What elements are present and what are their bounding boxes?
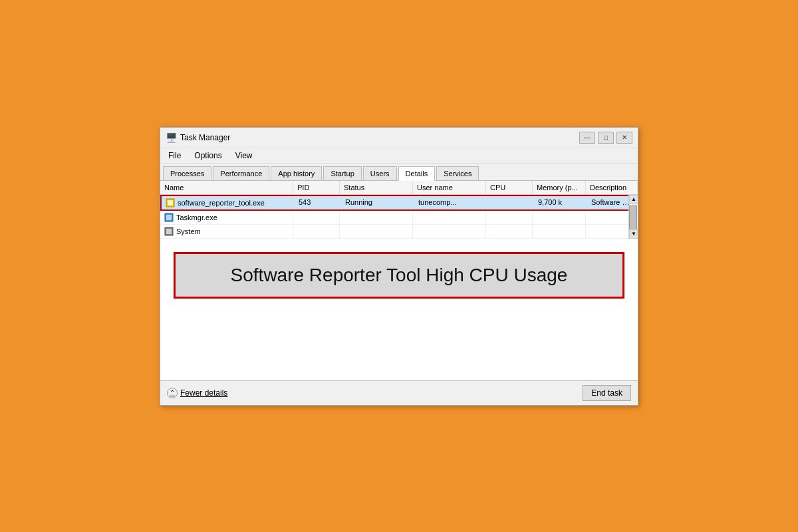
- cell-status-2: [340, 225, 413, 238]
- tab-app-history[interactable]: App history: [271, 166, 322, 180]
- table-header: Name PID Status User name CPU Memory (p.…: [160, 181, 638, 195]
- tab-startup[interactable]: Startup: [323, 166, 361, 180]
- cell-username-1: [413, 211, 486, 224]
- cell-status-1: [340, 211, 413, 224]
- col-description[interactable]: Description: [586, 181, 638, 194]
- tab-users[interactable]: Users: [363, 166, 397, 180]
- fewer-details-icon: ⌃: [167, 388, 178, 398]
- close-button[interactable]: ✕: [616, 132, 632, 144]
- table-row[interactable]: software_reporter_tool.exe 543 Running t…: [160, 195, 638, 211]
- cell-pid-1: [293, 211, 340, 224]
- svg-rect-5: [166, 229, 172, 234]
- cell-memory-0: 9,700 k: [534, 196, 587, 209]
- task-manager-window: 🖥️ Task Manager — □ ✕ File Options View …: [160, 127, 638, 406]
- svg-rect-3: [166, 215, 172, 220]
- col-cpu[interactable]: CPU: [486, 181, 533, 194]
- cell-cpu-1: [486, 211, 533, 224]
- scroll-up-button[interactable]: ▲: [629, 195, 638, 204]
- annotation-text: Software Reporter Tool High CPU Usage: [231, 265, 568, 285]
- menu-view[interactable]: View: [233, 150, 255, 162]
- app-icon: 🖥️: [166, 132, 176, 143]
- annotation-box: Software Reporter Tool High CPU Usage: [174, 252, 624, 299]
- menu-options[interactable]: Options: [192, 150, 224, 162]
- menu-file[interactable]: File: [166, 150, 184, 162]
- col-status[interactable]: Status: [340, 181, 413, 194]
- process-icon-0: [166, 198, 175, 207]
- fewer-details-button[interactable]: ⌃ Fewer details: [167, 388, 227, 398]
- title-bar-left: 🖥️ Task Manager: [166, 132, 230, 143]
- scroll-down-button[interactable]: ▼: [629, 229, 638, 239]
- tab-services[interactable]: Services: [436, 166, 479, 180]
- window-title: Task Manager: [180, 133, 230, 142]
- cell-cpu-0: [487, 196, 534, 209]
- col-pid[interactable]: PID: [293, 181, 340, 194]
- col-memory[interactable]: Memory (p...: [533, 181, 586, 194]
- cell-name-1: Taskmgr.exe: [160, 211, 293, 224]
- cell-name-2: System: [160, 225, 293, 238]
- content-area: Name PID Status User name CPU Memory (p.…: [160, 181, 638, 380]
- tab-details[interactable]: Details: [398, 166, 436, 181]
- tab-performance[interactable]: Performance: [213, 166, 269, 180]
- col-name[interactable]: Name: [160, 181, 293, 194]
- vertical-scrollbar[interactable]: ▲ ▼: [628, 195, 638, 239]
- title-bar: 🖥️ Task Manager — □ ✕: [160, 128, 638, 148]
- minimize-button[interactable]: —: [579, 132, 595, 144]
- fewer-details-label: Fewer details: [180, 388, 227, 398]
- cell-memory-1: [533, 211, 586, 224]
- col-username[interactable]: User name: [413, 181, 486, 194]
- process-icon-2: [164, 227, 174, 236]
- status-bar: ⌃ Fewer details End task: [160, 380, 638, 405]
- svg-rect-1: [168, 200, 173, 205]
- end-task-button[interactable]: End task: [583, 385, 631, 401]
- cell-name-0: software_reporter_tool.exe: [162, 196, 295, 209]
- cell-pid-0: 543: [295, 196, 341, 209]
- tabs-bar: Processes Performance App history Startu…: [160, 164, 638, 181]
- menu-bar: File Options View: [160, 148, 638, 164]
- cell-username-0: tunecomp...: [414, 196, 487, 209]
- window-controls: — □ ✕: [579, 132, 632, 144]
- tab-processes[interactable]: Processes: [163, 166, 211, 180]
- process-icon-1: [164, 213, 174, 222]
- table-row[interactable]: Taskmgr.exe: [160, 211, 638, 225]
- maximize-button[interactable]: □: [598, 132, 614, 144]
- cell-pid-2: [293, 225, 340, 238]
- table-row[interactable]: System: [160, 225, 638, 239]
- table-scroll-area: software_reporter_tool.exe 543 Running t…: [160, 195, 638, 239]
- cell-username-2: [413, 225, 486, 238]
- cell-status-0: Running: [341, 196, 414, 209]
- cell-cpu-2: [486, 225, 533, 238]
- cell-memory-2: [533, 225, 586, 238]
- scroll-thumb[interactable]: [629, 205, 637, 232]
